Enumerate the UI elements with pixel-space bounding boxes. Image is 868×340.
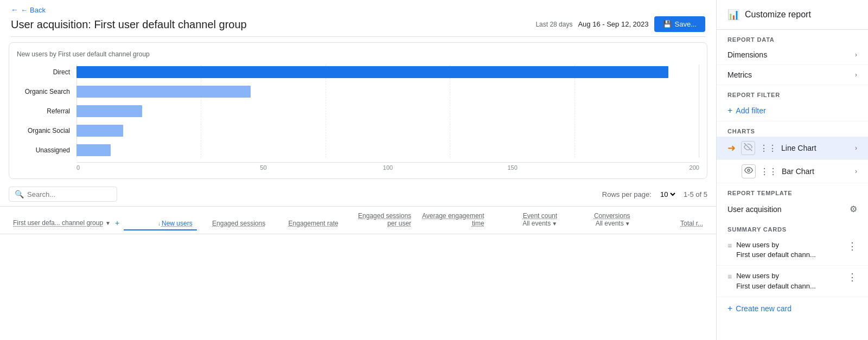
x-tick-0: 0 (76, 164, 201, 171)
x-tick-200: 200 (575, 164, 699, 171)
x-tick-50: 50 (201, 164, 326, 171)
back-arrow-icon: ← (21, 6, 28, 14)
conversions-dropdown[interactable]: ▼ (625, 221, 630, 227)
th-new-users[interactable]: ↓ New users (124, 217, 196, 230)
sort-icon: ↓ (158, 221, 161, 227)
summary-card-2-drag-icon: ≡ (727, 272, 732, 281)
pagination-info: 1-5 of 5 (684, 190, 707, 198)
bar-row-organic-search: Organic Search (17, 84, 699, 99)
template-row: User acquisition ⚙ (717, 198, 868, 220)
x-tick-100: 100 (326, 164, 450, 171)
th-dimension[interactable]: First user defa... channel group ▼ + (9, 216, 124, 230)
bar-chart-chevron: › (855, 168, 857, 175)
summary-card-2[interactable]: ≡ New users byFirst user default chann..… (717, 266, 868, 297)
th-conversions[interactable]: Conversions All events ▼ (561, 210, 634, 230)
line-chart-grid-icon: ⋮⋮ (760, 143, 777, 153)
th-avg-engagement-time[interactable]: Average engagement time (416, 210, 488, 230)
th-engaged-sessions-per-user[interactable]: Engaged sessions per user (343, 210, 416, 230)
bar-chart-eye-icon[interactable] (742, 164, 756, 178)
search-input[interactable] (27, 190, 111, 198)
section-summary-cards: SUMMARY CARDS (717, 220, 868, 235)
add-filter-btn[interactable]: + Add filter (717, 100, 868, 121)
section-charts: CHARTS (717, 121, 868, 137)
metrics-chevron: › (855, 71, 857, 79)
save-button[interactable]: 💾 Save... (654, 16, 705, 32)
bar-row-unassigned: Unassigned (17, 143, 699, 158)
dimensions-item[interactable]: Dimensions › (717, 45, 868, 65)
template-settings-icon[interactable]: ⚙ (850, 204, 857, 214)
summary-card-1-drag-icon: ≡ (727, 241, 732, 250)
search-box[interactable]: 🔍 (9, 187, 117, 202)
rows-per-page-select[interactable]: 10 25 50 (658, 190, 677, 199)
event-count-dropdown[interactable]: ▼ (552, 221, 557, 227)
date-range: Aug 16 - Sep 12, 2023 (578, 20, 648, 28)
back-link[interactable]: ← Back (11, 5, 705, 14)
page-title: User acquisition: First user default cha… (11, 18, 247, 31)
create-new-card-btn[interactable]: + Create new card (717, 297, 868, 320)
line-chart-label: Line Chart (781, 144, 816, 152)
svg-point-1 (748, 169, 750, 171)
template-label: User acquisition (727, 205, 782, 214)
chart-option-bar[interactable]: ⋮⋮ Bar Chart › (717, 160, 868, 183)
summary-card-1-text: New users byFirst user default chann... (736, 240, 816, 260)
rows-per-page-label: Rows per page: (602, 190, 652, 198)
summary-card-1-menu-icon[interactable]: ⋮ (847, 240, 857, 252)
th-engagement-rate[interactable]: Engagement rate (270, 217, 342, 230)
add-icon: + (727, 106, 732, 116)
search-icon: 🔍 (15, 190, 24, 198)
bar-row-referral: Referral (17, 104, 699, 119)
dropdown-arrow-dim: ▼ (105, 220, 111, 226)
section-report-template: REPORT TEMPLATE (717, 183, 868, 198)
bar-chart-grid-icon: ⋮⋮ (760, 166, 777, 177)
panel-header: 📊 Customize report (717, 0, 868, 30)
summary-card-2-text: New users byFirst user default chann... (736, 271, 816, 291)
chart-option-line[interactable]: ➜ ⋮⋮ Line Chart › (717, 137, 868, 160)
create-card-plus-icon: + (727, 304, 732, 313)
x-tick-150: 150 (450, 164, 575, 171)
metrics-label: Metrics (727, 70, 752, 79)
summary-card-1[interactable]: ≡ New users byFirst user default chann..… (717, 235, 868, 266)
dimensions-chevron: › (855, 51, 857, 59)
line-chart-eye-hidden-icon[interactable] (741, 141, 755, 155)
customize-report-icon: 📊 (727, 9, 739, 21)
section-report-filter: REPORT FILTER (717, 85, 868, 100)
panel-title: Customize report (745, 10, 811, 20)
add-dimension-icon[interactable]: + (115, 219, 119, 227)
bar-row-direct: Direct (17, 65, 699, 80)
chart-title: New users by First user default channel … (17, 50, 699, 58)
summary-card-2-menu-icon[interactable]: ⋮ (847, 271, 857, 283)
save-icon: 💾 (663, 20, 672, 28)
th-total[interactable]: Total r... (635, 217, 707, 230)
dimensions-label: Dimensions (727, 50, 767, 59)
metrics-item[interactable]: Metrics › (717, 65, 868, 85)
th-event-count[interactable]: Event count All events ▼ (489, 210, 561, 230)
bar-row-organic-social: Organic Social (17, 123, 699, 138)
date-label: Last 28 days (535, 21, 572, 28)
bar-chart-label: Bar Chart (782, 167, 814, 176)
arrow-indicator: ➜ (727, 142, 736, 154)
th-engaged-sessions[interactable]: Engaged sessions (197, 217, 270, 230)
line-chart-chevron: › (855, 144, 857, 152)
section-report-data: REPORT DATA (717, 30, 868, 45)
